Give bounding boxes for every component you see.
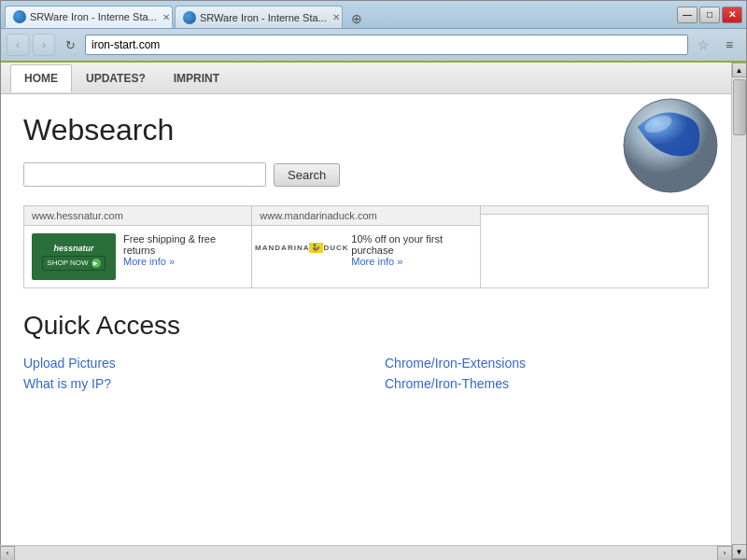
quick-link-extensions[interactable]: Chrome/Iron-Extensions (385, 356, 709, 371)
hscroll-right-button[interactable]: › (717, 546, 731, 560)
duck-yellow: 🦆 (309, 243, 323, 253)
ad-2-header: www.mandarinaduck.com MANDARINA 🦆 DUCK (252, 206, 480, 288)
ad-3 (480, 206, 708, 288)
browser-logo (619, 94, 722, 197)
quick-links: Upload Pictures Chrome/Iron-Extensions W… (23, 356, 709, 391)
hscroll-left-button[interactable]: ‹ (1, 546, 15, 560)
duck-text: DUCK (323, 244, 348, 252)
page-area: HOME UPDATES? IMPRINT (1, 63, 746, 559)
bookmark-button[interactable]: ☆ (692, 34, 714, 56)
ads-header-row: www.hessnatur.com hessnatur SHOP NOW ▶ (24, 206, 709, 288)
ad-2-text: 10% off on your first purchase More info… (351, 233, 472, 267)
websearch-title: Websearch (23, 113, 709, 147)
browser-window: SRWare Iron - Interne Sta... ✕ SRWare Ir… (0, 0, 747, 560)
tab-2-title: SRWare Iron - Interne Sta... (200, 12, 327, 23)
refresh-button[interactable]: ↻ (59, 34, 81, 56)
hscroll-track[interactable] (15, 546, 717, 560)
search-input[interactable] (23, 162, 266, 187)
play-icon: ▶ (92, 259, 101, 268)
mandarina-logo: MANDARINA 🦆 DUCK (260, 233, 344, 261)
tab-favicon-1 (13, 10, 26, 23)
nav-imprint[interactable]: IMPRINT (160, 64, 233, 92)
page-content: HOME UPDATES? IMPRINT (1, 63, 731, 559)
ad-1-moreinfo[interactable]: More info » (123, 256, 244, 267)
ad-2-url: www.mandarinaduck.com (252, 206, 479, 226)
quick-link-themes[interactable]: Chrome/Iron-Themes (385, 376, 709, 391)
tab-favicon-2 (183, 11, 196, 24)
mandarina-text: MANDARINA (255, 244, 309, 252)
ads-table: www.hessnatur.com hessnatur SHOP NOW ▶ (23, 205, 709, 288)
search-row: Search (23, 162, 709, 187)
ad-2-desc: 10% off on your first purchase (351, 233, 472, 256)
tab-bar: SRWare Iron - Interne Sta... ✕ SRWare Ir… (5, 1, 673, 28)
page-body: Websearch Search www.hessnatur.com (1, 113, 731, 391)
tab-1-title: SRWare Iron - Interne Sta... (30, 11, 157, 22)
ad-1-body: hessnatur SHOP NOW ▶ Free shipping & fre… (24, 226, 251, 287)
scroll-down-button[interactable]: ▼ (732, 544, 747, 559)
titlebar: SRWare Iron - Interne Sta... ✕ SRWare Ir… (1, 1, 746, 29)
ad-3-body (481, 215, 708, 275)
scroll-thumb[interactable] (733, 79, 746, 135)
nav-updates[interactable]: UPDATES? (72, 64, 160, 92)
quick-link-ip[interactable]: What is my IP? (23, 376, 347, 391)
nav-home[interactable]: HOME (10, 64, 72, 92)
scroll-track[interactable] (733, 77, 746, 544)
ad-1-text: Free shipping & free returns More info » (123, 233, 244, 267)
vertical-scrollbar: ▲ ▼ (731, 63, 746, 559)
hessnatur-brand: hessnatur SHOP NOW ▶ (32, 233, 116, 280)
shop-now-label: SHOP NOW (47, 259, 88, 267)
forward-button[interactable]: › (33, 34, 55, 56)
shop-now-button[interactable]: SHOP NOW ▶ (42, 256, 105, 271)
tab-1[interactable]: SRWare Iron - Interne Sta... ✕ (5, 6, 173, 28)
ad-1-url: www.hessnatur.com (24, 206, 251, 226)
tab-2-close[interactable]: ✕ (332, 12, 340, 22)
close-button[interactable]: ✕ (722, 7, 742, 23)
scroll-up-button[interactable]: ▲ (732, 63, 747, 77)
back-button[interactable]: ‹ (7, 34, 29, 56)
minimize-button[interactable]: — (677, 7, 698, 23)
tab-2[interactable]: SRWare Iron - Interne Sta... ✕ (175, 6, 343, 28)
new-tab-button[interactable]: ⊕ (346, 9, 367, 28)
ad-1-desc: Free shipping & free returns (123, 233, 244, 256)
mandarina-brand: MANDARINA 🦆 DUCK (260, 233, 344, 261)
hessnatur-text: hessnatur (53, 244, 93, 253)
ad-2-body: MANDARINA 🦆 DUCK 10% off on your first p… (252, 226, 479, 287)
hessnatur-logo: hessnatur SHOP NOW ▶ (32, 233, 116, 280)
window-controls: — □ ✕ (677, 7, 742, 23)
quick-link-upload[interactable]: Upload Pictures (23, 356, 347, 371)
search-button[interactable]: Search (274, 163, 340, 187)
menu-button[interactable]: ≡ (718, 34, 740, 56)
ad-2-moreinfo[interactable]: More info » (351, 256, 472, 267)
horizontal-scrollbar: ‹ › (1, 545, 731, 559)
ad-3-url (481, 206, 708, 215)
tab-1-close[interactable]: ✕ (162, 12, 170, 22)
site-nav: HOME UPDATES? IMPRINT (1, 63, 731, 94)
url-bar[interactable] (85, 35, 688, 55)
quick-access-title: Quick Access (23, 311, 709, 341)
ad-1-header: www.hessnatur.com hessnatur SHOP NOW ▶ (24, 206, 252, 288)
addressbar: ‹ › ↻ ☆ ≡ (1, 29, 746, 63)
maximize-button[interactable]: □ (699, 7, 720, 23)
